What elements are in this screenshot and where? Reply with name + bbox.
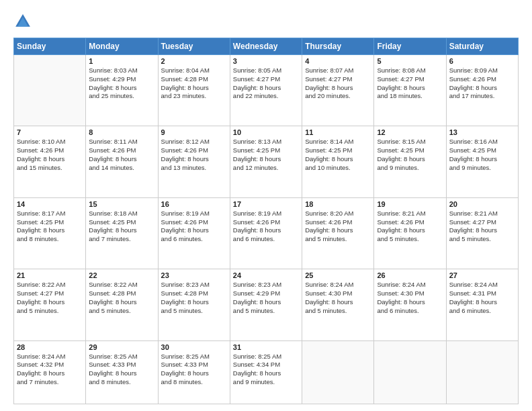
- day-info: Sunrise: 8:25 AMSunset: 4:33 PMDaylight:…: [89, 353, 154, 387]
- day-info: Sunrise: 8:07 AMSunset: 4:27 PMDaylight:…: [305, 66, 371, 101]
- day-number: 8: [89, 128, 154, 136]
- day-number: 22: [89, 271, 154, 279]
- day-info: Sunrise: 8:08 AMSunset: 4:27 PMDaylight:…: [377, 66, 443, 101]
- calendar-week-row: 1Sunrise: 8:03 AMSunset: 4:29 PMDaylight…: [14, 55, 519, 126]
- day-info: Sunrise: 8:03 AMSunset: 4:29 PMDaylight:…: [89, 66, 154, 101]
- calendar-cell: 5Sunrise: 8:08 AMSunset: 4:27 PMDaylight…: [374, 55, 446, 126]
- calendar-cell: [302, 340, 374, 404]
- day-number: 15: [89, 200, 154, 208]
- calendar-cell: 6Sunrise: 8:09 AMSunset: 4:26 PMDaylight…: [446, 55, 518, 126]
- day-number: 26: [377, 271, 443, 279]
- calendar-cell: 11Sunrise: 8:14 AMSunset: 4:25 PMDayligh…: [302, 126, 374, 197]
- day-info: Sunrise: 8:17 AMSunset: 4:25 PMDaylight:…: [17, 210, 83, 244]
- day-number: 31: [233, 343, 299, 351]
- day-info: Sunrise: 8:24 AMSunset: 4:31 PMDaylight:…: [449, 281, 515, 315]
- day-number: 5: [377, 57, 443, 65]
- calendar-cell: 10Sunrise: 8:13 AMSunset: 4:25 PMDayligh…: [230, 126, 302, 197]
- calendar-day-header: Sunday: [14, 38, 86, 55]
- calendar-week-row: 21Sunrise: 8:22 AMSunset: 4:27 PMDayligh…: [14, 269, 519, 340]
- day-info: Sunrise: 8:13 AMSunset: 4:25 PMDaylight:…: [233, 138, 299, 172]
- day-number: 18: [305, 200, 371, 208]
- calendar-cell: [446, 340, 518, 404]
- calendar-day-header: Saturday: [446, 38, 518, 55]
- calendar-cell: 14Sunrise: 8:17 AMSunset: 4:25 PMDayligh…: [14, 197, 86, 269]
- day-number: 9: [161, 128, 227, 136]
- calendar-cell: 15Sunrise: 8:18 AMSunset: 4:25 PMDayligh…: [86, 197, 158, 269]
- day-info: Sunrise: 8:22 AMSunset: 4:28 PMDaylight:…: [89, 281, 154, 315]
- day-number: 10: [233, 128, 299, 136]
- calendar-cell: 24Sunrise: 8:23 AMSunset: 4:29 PMDayligh…: [230, 269, 302, 340]
- calendar-cell: 18Sunrise: 8:20 AMSunset: 4:26 PMDayligh…: [302, 197, 374, 269]
- calendar-cell: 17Sunrise: 8:19 AMSunset: 4:26 PMDayligh…: [230, 197, 302, 269]
- day-info: Sunrise: 8:05 AMSunset: 4:27 PMDaylight:…: [233, 66, 299, 101]
- day-info: Sunrise: 8:12 AMSunset: 4:26 PMDaylight:…: [161, 138, 227, 172]
- calendar-table: SundayMondayTuesdayWednesdayThursdayFrid…: [13, 38, 519, 404]
- calendar-week-row: 28Sunrise: 8:24 AMSunset: 4:32 PMDayligh…: [14, 340, 519, 404]
- calendar-cell: 31Sunrise: 8:25 AMSunset: 4:34 PMDayligh…: [230, 340, 302, 404]
- calendar-cell: 28Sunrise: 8:24 AMSunset: 4:32 PMDayligh…: [14, 340, 86, 404]
- day-info: Sunrise: 8:11 AMSunset: 4:26 PMDaylight:…: [89, 138, 154, 172]
- day-number: 2: [161, 57, 227, 65]
- day-info: Sunrise: 8:10 AMSunset: 4:26 PMDaylight:…: [17, 138, 83, 172]
- day-number: 25: [305, 271, 371, 279]
- calendar-cell: 25Sunrise: 8:24 AMSunset: 4:30 PMDayligh…: [302, 269, 374, 340]
- day-number: 16: [161, 200, 227, 208]
- logo: [13, 12, 35, 31]
- day-number: 29: [89, 343, 154, 351]
- calendar-cell: 26Sunrise: 8:24 AMSunset: 4:30 PMDayligh…: [374, 269, 446, 340]
- day-number: 19: [377, 200, 443, 208]
- day-number: 3: [233, 57, 299, 65]
- day-number: 12: [377, 128, 443, 136]
- calendar-cell: 21Sunrise: 8:22 AMSunset: 4:27 PMDayligh…: [14, 269, 86, 340]
- day-info: Sunrise: 8:14 AMSunset: 4:25 PMDaylight:…: [305, 138, 371, 172]
- calendar-header-row: SundayMondayTuesdayWednesdayThursdayFrid…: [14, 38, 519, 55]
- day-number: 27: [449, 271, 515, 279]
- day-number: 14: [17, 200, 83, 208]
- day-info: Sunrise: 8:09 AMSunset: 4:26 PMDaylight:…: [449, 66, 515, 101]
- day-number: 1: [89, 57, 154, 65]
- calendar-cell: 1Sunrise: 8:03 AMSunset: 4:29 PMDaylight…: [86, 55, 158, 126]
- day-number: 20: [449, 200, 515, 208]
- day-info: Sunrise: 8:19 AMSunset: 4:26 PMDaylight:…: [161, 210, 227, 244]
- day-info: Sunrise: 8:24 AMSunset: 4:30 PMDaylight:…: [305, 281, 371, 315]
- day-info: Sunrise: 8:24 AMSunset: 4:32 PMDaylight:…: [17, 353, 83, 387]
- logo-icon: [13, 12, 32, 31]
- calendar-cell: 19Sunrise: 8:21 AMSunset: 4:26 PMDayligh…: [374, 197, 446, 269]
- calendar-day-header: Thursday: [302, 38, 374, 55]
- day-info: Sunrise: 8:21 AMSunset: 4:27 PMDaylight:…: [449, 210, 515, 244]
- day-info: Sunrise: 8:21 AMSunset: 4:26 PMDaylight:…: [377, 210, 443, 244]
- calendar-cell: 12Sunrise: 8:15 AMSunset: 4:25 PMDayligh…: [374, 126, 446, 197]
- calendar-cell: 2Sunrise: 8:04 AMSunset: 4:28 PMDaylight…: [158, 55, 230, 126]
- day-info: Sunrise: 8:16 AMSunset: 4:25 PMDaylight:…: [449, 138, 515, 172]
- calendar-cell: 23Sunrise: 8:23 AMSunset: 4:28 PMDayligh…: [158, 269, 230, 340]
- day-info: Sunrise: 8:04 AMSunset: 4:28 PMDaylight:…: [161, 66, 227, 101]
- day-info: Sunrise: 8:23 AMSunset: 4:28 PMDaylight:…: [161, 281, 227, 315]
- calendar-week-row: 7Sunrise: 8:10 AMSunset: 4:26 PMDaylight…: [14, 126, 519, 197]
- day-info: Sunrise: 8:20 AMSunset: 4:26 PMDaylight:…: [305, 210, 371, 244]
- calendar-cell: 4Sunrise: 8:07 AMSunset: 4:27 PMDaylight…: [302, 55, 374, 126]
- day-info: Sunrise: 8:19 AMSunset: 4:26 PMDaylight:…: [233, 210, 299, 244]
- day-number: 13: [449, 128, 515, 136]
- day-number: 28: [17, 343, 83, 351]
- calendar-day-header: Wednesday: [230, 38, 302, 55]
- day-number: 17: [233, 200, 299, 208]
- calendar-week-row: 14Sunrise: 8:17 AMSunset: 4:25 PMDayligh…: [14, 197, 519, 269]
- calendar-cell: 7Sunrise: 8:10 AMSunset: 4:26 PMDaylight…: [14, 126, 86, 197]
- page: SundayMondayTuesdayWednesdayThursdayFrid…: [0, 0, 532, 411]
- calendar-cell: 13Sunrise: 8:16 AMSunset: 4:25 PMDayligh…: [446, 126, 518, 197]
- day-number: 30: [161, 343, 227, 351]
- calendar-day-header: Monday: [86, 38, 158, 55]
- day-number: 21: [17, 271, 83, 279]
- calendar-cell: 9Sunrise: 8:12 AMSunset: 4:26 PMDaylight…: [158, 126, 230, 197]
- calendar-cell: [14, 55, 86, 126]
- calendar-day-header: Friday: [374, 38, 446, 55]
- calendar-cell: 22Sunrise: 8:22 AMSunset: 4:28 PMDayligh…: [86, 269, 158, 340]
- day-number: 11: [305, 128, 371, 136]
- calendar-cell: 30Sunrise: 8:25 AMSunset: 4:33 PMDayligh…: [158, 340, 230, 404]
- header: [13, 12, 519, 31]
- day-number: 24: [233, 271, 299, 279]
- day-number: 4: [305, 57, 371, 65]
- day-info: Sunrise: 8:23 AMSunset: 4:29 PMDaylight:…: [233, 281, 299, 315]
- calendar-cell: 16Sunrise: 8:19 AMSunset: 4:26 PMDayligh…: [158, 197, 230, 269]
- calendar-day-header: Tuesday: [158, 38, 230, 55]
